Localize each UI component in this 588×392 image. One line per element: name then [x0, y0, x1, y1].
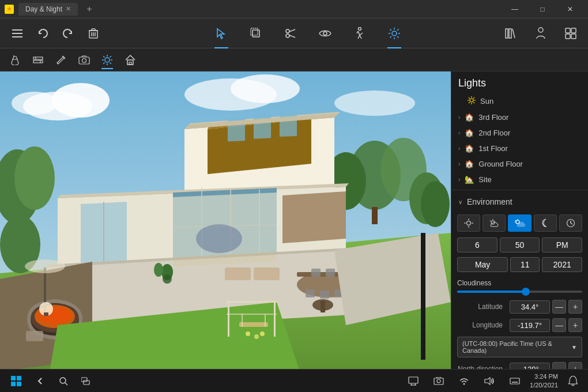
svg-point-59 [231, 74, 300, 103]
svg-line-50 [110, 56, 111, 57]
library-button[interactable] [500, 23, 521, 44]
camera-icon[interactable] [428, 371, 449, 391]
svg-point-98 [196, 224, 242, 253]
site-label: Site [478, 175, 491, 184]
svg-rect-30 [566, 28, 570, 33]
3rd-floor-item[interactable]: › 🏠 3rd Floor [451, 110, 588, 125]
year-field[interactable]: 2021 [542, 257, 582, 272]
1st-floor-item[interactable]: › 🏠 1st Floor [451, 141, 588, 156]
svg-line-25 [397, 29, 398, 30]
maximize-button[interactable]: □ [529, 0, 556, 18]
taskbar: 3:24 PM 1/20/2021 [0, 369, 588, 392]
svg-rect-33 [571, 34, 576, 39]
svg-rect-41 [79, 57, 89, 64]
scissors-tool-button[interactable] [280, 23, 301, 44]
longitude-minus-button[interactable]: — [552, 318, 566, 332]
wifi-icon[interactable] [454, 371, 474, 391]
bucket-button[interactable] [5, 51, 25, 69]
time-mode-button[interactable] [559, 214, 582, 232]
svg-line-137 [469, 97, 470, 99]
svg-rect-157 [17, 376, 21, 380]
svg-point-29 [538, 28, 543, 32]
minute-field[interactable]: 50 [500, 238, 540, 252]
tab-title: Day & Night [25, 5, 62, 13]
night-mode-button[interactable] [534, 214, 557, 232]
delete-button[interactable] [83, 23, 104, 44]
2nd-floor-item[interactable]: › 🏠 2nd Floor [451, 125, 588, 141]
svg-point-18 [392, 31, 397, 36]
svg-rect-108 [274, 302, 276, 337]
svg-rect-109 [227, 301, 277, 303]
pencil-button[interactable] [51, 51, 71, 69]
sun-light-item[interactable]: Sun [451, 93, 588, 110]
environment-mode-buttons [451, 211, 588, 235]
month-field[interactable]: May [457, 257, 508, 272]
svg-line-15 [289, 35, 295, 37]
task-view-button[interactable] [76, 371, 97, 391]
notification-icon[interactable] [563, 371, 583, 391]
cloudiness-slider[interactable] [457, 291, 582, 293]
sun-tool-button[interactable] [384, 23, 405, 44]
svg-point-43 [105, 58, 110, 62]
right-panel: Lights Sun › 🏠 3rd Floor › 🏠 2nd Floor ›… [451, 71, 588, 392]
clock[interactable]: 3:24 PM 1/20/2021 [530, 372, 558, 389]
latitude-plus-button[interactable]: + [568, 300, 582, 314]
day-field[interactable]: 11 [510, 257, 540, 272]
person-button[interactable] [530, 23, 551, 44]
new-tab-button[interactable]: + [82, 2, 96, 16]
start-button[interactable] [5, 372, 28, 390]
select-tool-button[interactable] [211, 23, 232, 44]
active-tab[interactable]: Day & Night ✕ [18, 3, 78, 16]
longitude-plus-button[interactable]: + [568, 318, 582, 332]
close-button[interactable]: ✕ [557, 0, 583, 18]
svg-rect-164 [409, 377, 418, 383]
ground-floor-item[interactable]: › 🏠 Ground Floor [451, 156, 588, 172]
redo-button[interactable] [58, 23, 78, 44]
copy-tool-button[interactable] [246, 23, 266, 44]
ampm-field[interactable]: PM [542, 238, 582, 252]
monitor-icon[interactable] [403, 371, 424, 391]
slider-thumb[interactable] [522, 288, 530, 296]
time-display: 3:24 PM [530, 372, 558, 380]
search-button[interactable] [53, 371, 74, 391]
hour-field[interactable]: 6 [457, 238, 497, 252]
undo-button[interactable] [32, 23, 53, 44]
partly-cloudy-mode-button[interactable] [483, 214, 506, 232]
site-item[interactable]: › 🏡 Site [451, 172, 588, 187]
2nd-floor-label: 2nd Floor [478, 129, 510, 137]
clear-mode-button[interactable] [457, 214, 480, 232]
svg-line-161 [65, 383, 67, 385]
camera-button[interactable] [74, 51, 95, 69]
3d-viewport[interactable] [0, 71, 451, 392]
latitude-row: Latitude 34.4° — + [451, 297, 588, 316]
walk-tool-button[interactable] [349, 23, 370, 44]
menu-button[interactable] [7, 23, 28, 44]
environment-button[interactable] [97, 51, 118, 69]
objects-button[interactable] [560, 23, 581, 44]
svg-rect-53 [129, 62, 131, 65]
svg-line-49 [110, 62, 111, 63]
wall-button[interactable] [28, 51, 48, 69]
svg-point-124 [25, 259, 65, 273]
longitude-field[interactable]: -119.7° [510, 319, 550, 332]
home-button[interactable] [120, 51, 141, 69]
timezone-dropdown[interactable]: (UTC-08:00) Pacific Time (US & Canada) ▼ [457, 337, 582, 357]
environment-header[interactable]: ∨ Environment [451, 193, 588, 211]
volume-icon[interactable] [479, 371, 500, 391]
back-button[interactable] [30, 371, 51, 391]
latitude-field[interactable]: 34.4° [510, 300, 550, 314]
svg-point-131 [154, 263, 163, 277]
svg-rect-90 [311, 269, 321, 277]
keyboard-icon[interactable] [504, 371, 525, 391]
day-mode-button[interactable] [508, 214, 531, 232]
svg-point-57 [12, 92, 58, 115]
tab-close-button[interactable]: ✕ [66, 5, 71, 13]
svg-point-130 [163, 274, 172, 284]
svg-rect-111 [239, 322, 268, 327]
env-collapse-icon: ∨ [458, 199, 462, 205]
latitude-minus-button[interactable]: — [552, 300, 566, 314]
view-tool-button[interactable] [315, 23, 336, 44]
svg-rect-32 [566, 34, 570, 39]
minimize-button[interactable]: — [502, 0, 528, 18]
svg-rect-172 [510, 378, 519, 384]
